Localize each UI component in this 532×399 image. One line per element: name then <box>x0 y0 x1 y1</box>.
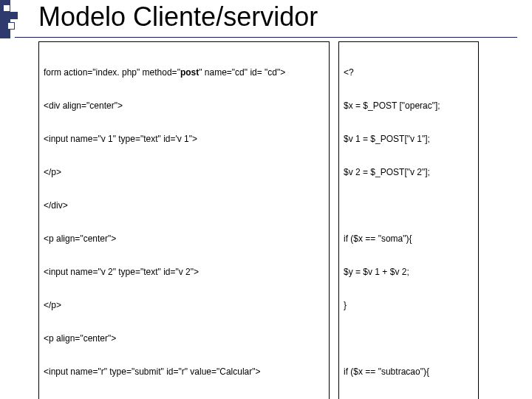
slide-accent <box>0 0 18 38</box>
php-code-box: <? $x = $_POST ["operac"]; $v 1 = $_POST… <box>338 41 479 399</box>
slide-title: Modelo Cliente/servidor <box>38 1 318 33</box>
title-underline <box>15 37 517 38</box>
html-code-box: form action="index. php" method="post" n… <box>38 41 330 399</box>
content-area: form action="index. php" method="post" n… <box>38 41 479 399</box>
